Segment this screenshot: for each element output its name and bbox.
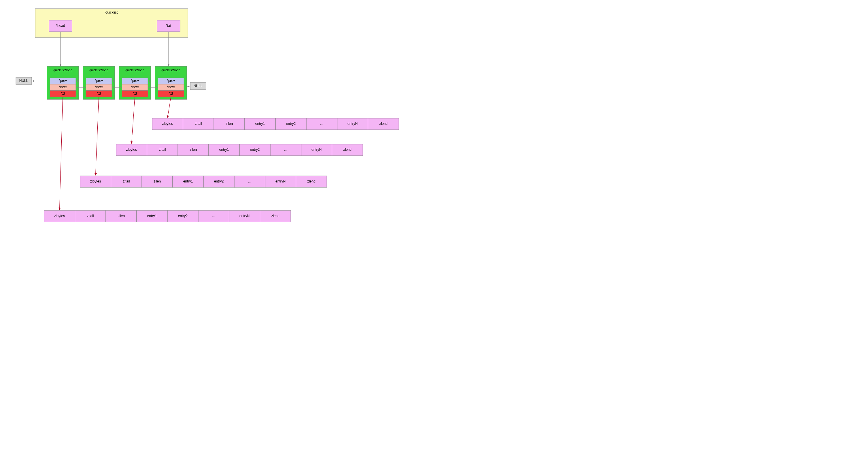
svg-text:…: … — [212, 214, 216, 218]
null-right: NULL — [190, 83, 206, 90]
quicklist-diagram: quicklist *head *tail NULL NULL quicklis… — [0, 0, 434, 232]
node-title: quicklistNode — [53, 68, 72, 72]
svg-text:entry2: entry2 — [178, 214, 188, 218]
node-title: quicklistNode — [125, 68, 144, 72]
svg-text:zlend: zlend — [307, 179, 315, 183]
svg-text:entryN: entryN — [312, 148, 321, 152]
svg-text:entry2: entry2 — [286, 122, 296, 126]
svg-text:zlend: zlend — [343, 148, 351, 152]
tail-ptr-label: *tail — [166, 24, 172, 28]
svg-text:…: … — [320, 122, 323, 126]
ziplist-1: zlbyteszltailzllenentry1entry2…entryNzle… — [116, 144, 363, 156]
svg-text:zllen: zllen — [226, 122, 233, 126]
svg-text:zltail: zltail — [123, 179, 130, 183]
svg-text:entry1: entry1 — [219, 148, 229, 152]
quicklist-box: quicklist *head *tail — [35, 9, 188, 37]
svg-text:*zl: *zl — [133, 91, 136, 95]
ziplist-0: zlbyteszltailzllenentry1entry2…entryNzle… — [152, 118, 399, 130]
svg-text:zlend: zlend — [379, 122, 388, 126]
svg-text:zltail: zltail — [87, 214, 94, 218]
svg-text:zlbytes: zlbytes — [162, 122, 173, 126]
quicklist-title: quicklist — [105, 10, 118, 14]
null-left: NULL — [16, 77, 32, 85]
svg-text:zllen: zllen — [118, 214, 125, 218]
quicklist-node-1: quicklistNode*prev*next*zl — [83, 66, 115, 99]
svg-text:entry2: entry2 — [250, 148, 260, 152]
svg-text:zlbytes: zlbytes — [126, 148, 137, 152]
ziplist-2: zlbyteszltailzllenentry1entry2…entryNzle… — [80, 176, 327, 187]
svg-text:entry1: entry1 — [183, 179, 193, 183]
quicklist-node-0: quicklistNode*prev*next*zl — [47, 66, 79, 99]
svg-text:zlbytes: zlbytes — [90, 179, 101, 183]
svg-text:entry1: entry1 — [255, 122, 265, 126]
ziplist-3: zlbyteszltailzllenentry1entry2…entryNzle… — [44, 211, 291, 222]
svg-line-65 — [96, 97, 99, 175]
svg-text:zltail: zltail — [159, 148, 166, 152]
svg-text:*next: *next — [167, 85, 175, 89]
svg-text:*zl: *zl — [61, 91, 65, 95]
quicklist-node-3: quicklistNode*prev*next*zl — [155, 66, 187, 99]
svg-text:zlend: zlend — [271, 214, 280, 218]
svg-text:*prev: *prev — [131, 79, 139, 83]
svg-text:*next: *next — [95, 85, 103, 89]
svg-line-66 — [60, 97, 63, 210]
svg-text:zllen: zllen — [190, 148, 197, 152]
svg-text:zllen: zllen — [154, 179, 161, 183]
svg-line-64 — [132, 97, 135, 144]
svg-text:*prev: *prev — [167, 79, 175, 83]
svg-text:entryN: entryN — [240, 214, 250, 218]
head-ptr-label: *head — [56, 24, 65, 28]
svg-text:*prev: *prev — [95, 79, 103, 83]
svg-text:…: … — [284, 148, 288, 152]
svg-text:*prev: *prev — [59, 79, 67, 83]
svg-text:NULL: NULL — [19, 79, 28, 83]
svg-text:…: … — [248, 179, 252, 183]
svg-text:*next: *next — [131, 85, 139, 89]
svg-text:zlbytes: zlbytes — [54, 214, 65, 218]
node-title: quicklistNode — [89, 68, 108, 72]
svg-line-63 — [168, 97, 171, 118]
svg-text:*zl: *zl — [169, 91, 173, 95]
svg-text:entry2: entry2 — [214, 179, 224, 183]
node-title: quicklistNode — [161, 68, 180, 72]
svg-text:entry1: entry1 — [147, 214, 157, 218]
svg-text:*zl: *zl — [97, 91, 100, 95]
svg-text:*next: *next — [59, 85, 67, 89]
svg-text:NULL: NULL — [194, 84, 203, 88]
svg-text:entryN: entryN — [347, 122, 358, 126]
quicklist-node-2: quicklistNode*prev*next*zl — [119, 66, 151, 99]
svg-text:zltail: zltail — [195, 122, 202, 126]
svg-text:entryN: entryN — [276, 179, 286, 183]
